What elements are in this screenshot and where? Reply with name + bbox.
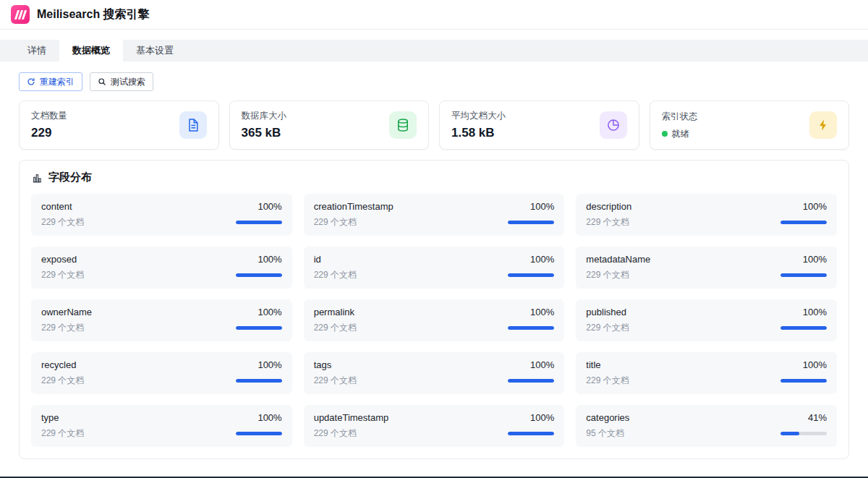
stat-label: 文档数量 [31,110,67,122]
refresh-icon [27,77,35,86]
field-percent: 100% [530,412,554,423]
field-progress-bar [780,379,827,383]
stat-value: 229 [31,126,67,140]
rebuild-index-button[interactable]: 重建索引 [19,72,82,91]
field-name: content [41,201,72,212]
field-name: permalink [314,307,354,317]
field-name: description [586,201,631,212]
stat-info: 数据库大小 365 kB [242,110,287,140]
field-card: type 100% 229 个文档 [31,405,292,447]
field-progress-bar [780,326,827,330]
stat-card-index-status: 索引状态 就绪 [650,101,850,150]
meilisearch-app: Meilisearch 搜索引擎 详情 数据概览 基本设置 重建索引 测试搜索 … [0,0,868,459]
field-doc-count: 229 个文档 [314,375,357,387]
field-name: categories [586,412,629,423]
stat-info: 平均文档大小 1.58 kB [451,110,506,140]
field-progress-track [780,432,827,435]
stat-label: 平均文档大小 [451,110,506,122]
field-percent: 41% [808,412,827,423]
status-text: 就绪 [672,128,689,140]
pie-chart-icon [600,111,627,139]
field-card: id 100% 229 个文档 [304,247,565,289]
field-percent: 100% [258,201,281,212]
field-card: updateTimestamp 100% 229 个文档 [304,405,565,447]
field-percent: 100% [530,201,554,212]
field-card: categories 41% 95 个文档 [576,405,837,447]
field-card: recycled 100% 229 个文档 [31,352,292,394]
tab-details[interactable]: 详情 [14,40,59,61]
field-progress-bar [780,432,799,435]
field-progress-track [508,273,554,277]
field-name: recycled [41,359,76,370]
field-name: metadataName [586,254,650,265]
field-distribution-panel: 字段分布 content 100% 229 个文档 c [19,160,849,459]
field-progress-track [780,221,827,224]
panel-title-text: 字段分布 [48,171,92,184]
field-percent: 100% [803,307,827,317]
page-title: Meilisearch 搜索引擎 [37,7,150,22]
field-progress-bar [236,273,282,277]
field-card: title 100% 229 个文档 [576,352,837,394]
test-search-label: 测试搜索 [111,77,145,86]
status-row: 就绪 [662,128,698,140]
tab-bar: 详情 数据概览 基本设置 [0,40,868,61]
search-icon [98,77,106,86]
field-percent: 100% [258,307,281,317]
tab-data-overview[interactable]: 数据概览 [59,40,123,61]
field-name: ownerName [41,307,92,317]
field-doc-count: 229 个文档 [314,269,357,281]
field-card: ownerName 100% 229 个文档 [31,299,292,341]
field-progress-track [236,221,282,224]
field-progress-track [780,273,827,277]
field-name: tags [314,359,332,370]
field-card: content 100% 229 个文档 [31,194,292,236]
field-card: creationTimestamp 100% 229 个文档 [304,194,565,236]
field-name: id [314,254,321,265]
stat-card-db-size: 数据库大小 365 kB [229,101,430,150]
stat-info: 索引状态 就绪 [662,111,698,140]
field-progress-bar [508,221,554,224]
field-doc-count: 95 个文档 [586,427,624,440]
stat-label: 索引状态 [662,111,698,123]
stat-card-documents: 文档数量 229 [19,101,219,150]
test-search-button[interactable]: 测试搜索 [90,72,153,91]
field-percent: 100% [258,359,281,370]
field-card: tags 100% 229 个文档 [304,352,565,394]
field-card: permalink 100% 229 个文档 [304,299,565,341]
field-doc-count: 229 个文档 [41,269,84,281]
database-icon [389,111,417,139]
field-progress-track [236,432,282,435]
lightning-icon [809,111,837,139]
field-doc-count: 229 个文档 [586,269,629,281]
field-progress-bar [508,379,554,383]
field-progress-bar [780,273,827,277]
field-progress-bar [508,432,554,435]
field-progress-track [236,326,282,330]
field-progress-track [236,273,282,277]
field-percent: 100% [803,254,827,265]
field-doc-count: 229 个文档 [314,322,357,334]
field-doc-count: 229 个文档 [41,322,84,334]
field-progress-bar [236,221,282,224]
field-percent: 100% [530,359,554,370]
field-progress-bar [236,432,282,435]
app-header: Meilisearch 搜索引擎 [0,0,868,30]
stat-value: 1.58 kB [451,126,506,140]
field-percent: 100% [803,359,827,370]
tab-basic-settings[interactable]: 基本设置 [123,40,187,61]
field-doc-count: 229 个文档 [314,216,357,229]
field-progress-bar [508,326,554,330]
field-name: updateTimestamp [314,412,389,423]
field-doc-count: 229 个文档 [41,427,84,440]
field-progress-track [508,379,554,383]
meilisearch-logo-icon [11,5,30,24]
field-grid: content 100% 229 个文档 creationTimestamp 1… [31,194,837,447]
field-card: published 100% 229 个文档 [576,299,837,341]
rebuild-index-label: 重建索引 [40,77,75,86]
field-progress-bar [780,221,827,224]
stat-label: 数据库大小 [242,110,287,122]
field-percent: 100% [258,412,281,423]
status-dot [662,131,668,137]
field-name: exposed [41,254,77,265]
stat-info: 文档数量 229 [31,110,67,140]
